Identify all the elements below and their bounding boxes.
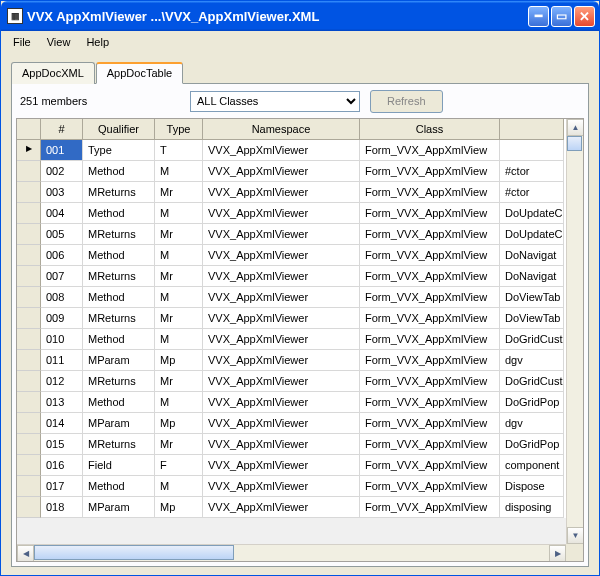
grid-cell[interactable]: dgv bbox=[500, 350, 564, 371]
grid-cell[interactable]: M bbox=[155, 287, 203, 308]
scroll-track[interactable] bbox=[567, 136, 583, 527]
grid-cell[interactable]: Form_VVX_AppXmlView bbox=[360, 497, 500, 518]
grid-cell[interactable]: VVX_AppXmlViewer bbox=[203, 287, 360, 308]
grid-cell[interactable]: Method bbox=[83, 203, 155, 224]
grid-cell[interactable]: Form_VVX_AppXmlView bbox=[360, 203, 500, 224]
grid-cell[interactable]: MReturns bbox=[83, 371, 155, 392]
grid-cell[interactable]: Form_VVX_AppXmlView bbox=[360, 245, 500, 266]
tab-appdoctable[interactable]: AppDocTable bbox=[96, 62, 183, 84]
grid-cell[interactable]: Method bbox=[83, 476, 155, 497]
grid-cell[interactable]: MParam bbox=[83, 497, 155, 518]
grid-cell[interactable]: Form_VVX_AppXmlView bbox=[360, 140, 500, 161]
grid-cell[interactable]: Form_VVX_AppXmlView bbox=[360, 266, 500, 287]
grid-cell[interactable]: 013 bbox=[41, 392, 83, 413]
grid-cell[interactable]: VVX_AppXmlViewer bbox=[203, 371, 360, 392]
scroll-thumb[interactable] bbox=[567, 136, 582, 151]
row-header[interactable] bbox=[17, 497, 41, 518]
titlebar[interactable]: ▦ VVX AppXmlViewer ...\VVX_AppXmlViewer.… bbox=[1, 1, 599, 31]
grid-cell[interactable]: DoUpdateC bbox=[500, 203, 564, 224]
grid-cell[interactable]: VVX_AppXmlViewer bbox=[203, 182, 360, 203]
grid-cell[interactable]: VVX_AppXmlViewer bbox=[203, 161, 360, 182]
grid-cell[interactable]: 009 bbox=[41, 308, 83, 329]
grid-cell[interactable]: MReturns bbox=[83, 266, 155, 287]
menu-view[interactable]: View bbox=[39, 33, 79, 51]
grid-cell[interactable]: 003 bbox=[41, 182, 83, 203]
grid-cell[interactable]: Method bbox=[83, 287, 155, 308]
row-header[interactable] bbox=[17, 161, 41, 182]
grid-cell[interactable]: Method bbox=[83, 161, 155, 182]
column-header[interactable]: Qualifier bbox=[83, 119, 155, 140]
grid-cell[interactable]: Mr bbox=[155, 434, 203, 455]
grid-cell[interactable]: 014 bbox=[41, 413, 83, 434]
grid-cell[interactable]: M bbox=[155, 245, 203, 266]
grid-cell[interactable]: Mr bbox=[155, 371, 203, 392]
grid-cell[interactable]: 010 bbox=[41, 329, 83, 350]
grid-cell[interactable]: M bbox=[155, 329, 203, 350]
grid-cell[interactable]: Type bbox=[83, 140, 155, 161]
grid-cell[interactable]: Method bbox=[83, 329, 155, 350]
grid-cell[interactable]: Mr bbox=[155, 224, 203, 245]
class-filter-select[interactable]: ALL Classes bbox=[190, 91, 360, 112]
column-header[interactable]: Namespace bbox=[203, 119, 360, 140]
row-header[interactable] bbox=[17, 455, 41, 476]
row-header[interactable] bbox=[17, 245, 41, 266]
menu-file[interactable]: File bbox=[5, 33, 39, 51]
grid-cell[interactable]: VVX_AppXmlViewer bbox=[203, 350, 360, 371]
grid-cell[interactable]: Method bbox=[83, 245, 155, 266]
grid-cell[interactable]: 002 bbox=[41, 161, 83, 182]
grid-cell[interactable]: Form_VVX_AppXmlView bbox=[360, 329, 500, 350]
grid-cell[interactable]: Mp bbox=[155, 413, 203, 434]
grid-cell[interactable]: Mp bbox=[155, 350, 203, 371]
grid-cell[interactable]: 008 bbox=[41, 287, 83, 308]
row-header[interactable] bbox=[17, 350, 41, 371]
grid-cell[interactable]: VVX_AppXmlViewer bbox=[203, 497, 360, 518]
close-button[interactable]: ✕ bbox=[574, 6, 595, 27]
grid-cell[interactable]: VVX_AppXmlViewer bbox=[203, 434, 360, 455]
row-header[interactable] bbox=[17, 476, 41, 497]
grid-cell[interactable]: component bbox=[500, 455, 564, 476]
grid-cell[interactable]: F bbox=[155, 455, 203, 476]
grid-cell[interactable]: M bbox=[155, 203, 203, 224]
grid-cell[interactable]: VVX_AppXmlViewer bbox=[203, 476, 360, 497]
maximize-button[interactable]: ▭ bbox=[551, 6, 572, 27]
grid-cell[interactable]: VVX_AppXmlViewer bbox=[203, 140, 360, 161]
grid-cell[interactable]: Form_VVX_AppXmlView bbox=[360, 287, 500, 308]
grid-cell[interactable]: Mr bbox=[155, 266, 203, 287]
vertical-scrollbar[interactable]: ▲ ▼ bbox=[566, 119, 583, 544]
grid-cell[interactable]: M bbox=[155, 476, 203, 497]
grid-cell[interactable]: 005 bbox=[41, 224, 83, 245]
row-header[interactable] bbox=[17, 203, 41, 224]
grid-cell[interactable]: 018 bbox=[41, 497, 83, 518]
tab-appdocxml[interactable]: AppDocXML bbox=[11, 62, 95, 84]
row-header[interactable] bbox=[17, 308, 41, 329]
grid-cell[interactable]: VVX_AppXmlViewer bbox=[203, 413, 360, 434]
grid-cell[interactable]: M bbox=[155, 161, 203, 182]
grid-cell[interactable]: Dispose bbox=[500, 476, 564, 497]
menu-help[interactable]: Help bbox=[78, 33, 117, 51]
grid-cell[interactable]: VVX_AppXmlViewer bbox=[203, 392, 360, 413]
column-header[interactable]: Type bbox=[155, 119, 203, 140]
grid-cell[interactable]: Form_VVX_AppXmlView bbox=[360, 392, 500, 413]
grid-cell[interactable] bbox=[500, 140, 564, 161]
grid-cell[interactable]: DoUpdateC bbox=[500, 224, 564, 245]
grid-cell[interactable]: MReturns bbox=[83, 434, 155, 455]
grid-cell[interactable]: VVX_AppXmlViewer bbox=[203, 203, 360, 224]
column-header[interactable]: # bbox=[41, 119, 83, 140]
grid-cell[interactable]: 001 bbox=[41, 140, 83, 161]
row-header[interactable] bbox=[17, 224, 41, 245]
column-header[interactable] bbox=[500, 119, 564, 140]
scroll-right-button[interactable]: ▶ bbox=[549, 545, 566, 562]
grid-cell[interactable]: Form_VVX_AppXmlView bbox=[360, 455, 500, 476]
grid-cell[interactable]: DoGridCust bbox=[500, 329, 564, 350]
grid-cell[interactable]: Field bbox=[83, 455, 155, 476]
grid-cell[interactable]: 006 bbox=[41, 245, 83, 266]
minimize-button[interactable]: ━ bbox=[528, 6, 549, 27]
grid-cell[interactable]: MReturns bbox=[83, 308, 155, 329]
grid-cell[interactable]: Form_VVX_AppXmlView bbox=[360, 476, 500, 497]
grid-cell[interactable]: VVX_AppXmlViewer bbox=[203, 224, 360, 245]
grid-cell[interactable]: Form_VVX_AppXmlView bbox=[360, 350, 500, 371]
grid-cell[interactable]: T bbox=[155, 140, 203, 161]
refresh-button[interactable]: Refresh bbox=[370, 90, 443, 113]
grid-cell[interactable]: 011 bbox=[41, 350, 83, 371]
grid-cell[interactable]: MParam bbox=[83, 413, 155, 434]
